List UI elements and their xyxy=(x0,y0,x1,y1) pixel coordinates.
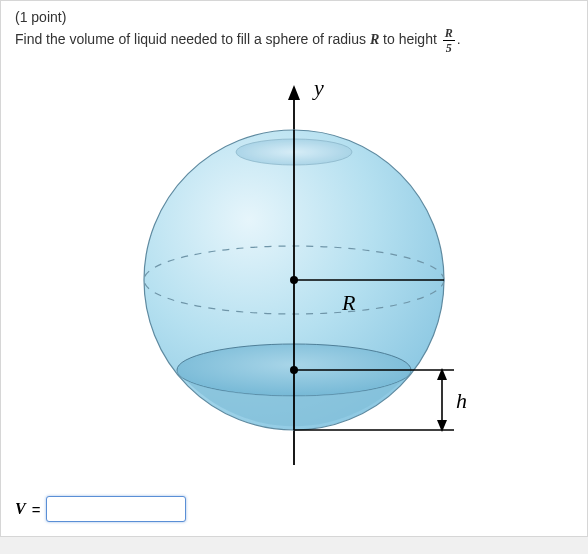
problem-prompt: Find the volume of liquid needed to fill… xyxy=(15,27,573,54)
sphere-figure: y R h xyxy=(84,60,504,480)
prompt-frac-den: 5 xyxy=(443,41,455,54)
answer-row: V = xyxy=(15,496,573,522)
figure-container: y R h xyxy=(15,54,573,492)
prompt-fraction: R5 xyxy=(441,27,457,54)
equals-sign: = xyxy=(32,501,41,518)
answer-input[interactable] xyxy=(46,496,186,522)
points-label: (1 point) xyxy=(15,9,573,25)
prompt-frac-num: R xyxy=(443,27,455,41)
problem-card: (1 point) Find the volume of liquid need… xyxy=(0,0,588,537)
prompt-text-3: . xyxy=(457,31,461,47)
prompt-text-2: to height xyxy=(379,31,441,47)
height-label: h xyxy=(456,388,467,413)
radius-label: R xyxy=(341,290,356,315)
prompt-text-1: Find the volume of liquid needed to fill… xyxy=(15,31,370,47)
y-axis-arrow-icon xyxy=(288,85,300,100)
y-axis-label: y xyxy=(312,75,324,100)
answer-variable: V xyxy=(15,500,26,518)
prompt-R: R xyxy=(370,32,379,47)
